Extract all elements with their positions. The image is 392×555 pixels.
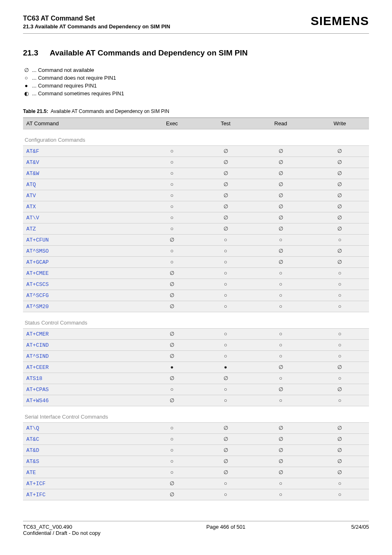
cell-write: ○ [311, 339, 369, 350]
col-header-command: AT Command [23, 117, 143, 129]
cell-read: ∅ [251, 433, 311, 444]
cell-exec: ○ [143, 433, 201, 444]
table-row: AT+ICF∅○○○ [23, 478, 369, 489]
table-row: AT&S○∅∅∅ [23, 456, 369, 467]
cell-command: AT&C [23, 433, 143, 444]
command-link[interactable]: AT+CSCS [26, 281, 49, 288]
command-link[interactable]: AT^SCFG [26, 292, 49, 299]
table-row: AT^SIND∅○○○ [23, 350, 369, 362]
command-link[interactable]: AT\Q [26, 425, 39, 431]
command-link[interactable]: AT+CFUN [26, 237, 49, 243]
footer-date: 5/24/05 [351, 524, 369, 536]
command-link[interactable]: AT+WS46 [26, 398, 49, 404]
cell-command: AT^SCFG [23, 290, 143, 301]
cell-write: ∅ [311, 157, 369, 168]
table-row: AT+CEER●●∅∅ [23, 362, 369, 373]
legend-symbol: ∅ [23, 67, 30, 74]
table-row: AT&D○∅∅∅ [23, 444, 369, 456]
table-row: ATX○∅∅∅ [23, 201, 369, 212]
cell-read: ∅ [251, 145, 311, 157]
command-link[interactable]: ATE [26, 470, 36, 476]
cell-command: AT&S [23, 456, 143, 467]
command-link[interactable]: AT&D [26, 447, 39, 454]
command-link[interactable]: AT&W [26, 170, 39, 177]
cell-test: ○ [201, 478, 251, 489]
cell-read: ∅ [251, 201, 311, 212]
cell-exec: ○ [143, 444, 201, 456]
cell-write: ∅ [311, 422, 369, 433]
command-link[interactable]: AT+CIND [26, 342, 49, 348]
command-link[interactable]: AT+ICF [26, 481, 46, 487]
cell-write: ∅ [311, 201, 369, 212]
cell-exec: ○ [143, 190, 201, 201]
command-link[interactable]: AT&F [26, 148, 39, 154]
command-link[interactable]: ATQ [26, 182, 36, 188]
cell-test: ∅ [201, 223, 251, 234]
command-link[interactable]: ATX [26, 204, 36, 210]
cell-test: ○ [201, 328, 251, 339]
command-link[interactable]: AT^SM20 [26, 304, 49, 310]
table-row: AT&W○∅∅∅ [23, 168, 369, 179]
table-section-title: Serial Interface Control Commands [23, 406, 369, 422]
command-link[interactable]: AT+CMEE [26, 270, 49, 276]
doc-subtitle: 21.3 Available AT Commands and Dependenc… [23, 23, 170, 30]
table-section-row: Serial Interface Control Commands [23, 406, 369, 422]
doc-title: TC63 AT Command Set [23, 14, 170, 23]
table-row: AT^SM20∅○○○ [23, 301, 369, 312]
command-link[interactable]: AT&C [26, 436, 39, 442]
table-row: AT&V○∅∅∅ [23, 157, 369, 168]
command-link[interactable]: AT+IFC [26, 492, 46, 498]
command-link[interactable]: AT+GCAP [26, 259, 49, 265]
command-link[interactable]: ATS18 [26, 375, 42, 382]
cell-write: ○ [311, 395, 369, 406]
footer-page: Page 466 of 501 [101, 524, 351, 536]
cell-write: ○ [311, 478, 369, 489]
cell-read: ∅ [251, 444, 311, 456]
cell-command: ATX [23, 201, 143, 212]
command-link[interactable]: AT+CEER [26, 364, 49, 371]
footer-left: TC63_ATC_V00.490 Confidential / Draft - … [23, 524, 101, 536]
cell-write: ∅ [311, 456, 369, 467]
cell-exec: ○ [143, 201, 201, 212]
legend: ∅ ... Command not available ○ ... Comman… [23, 67, 369, 97]
cell-command: AT+WS46 [23, 395, 143, 406]
cell-read: ○ [251, 350, 311, 362]
page-footer: TC63_ATC_V00.490 Confidential / Draft - … [23, 521, 369, 536]
cell-exec: ∅ [143, 350, 201, 362]
table-caption: Table 21.5: Available AT Commands and De… [23, 108, 369, 114]
command-link[interactable]: AT&V [26, 159, 39, 166]
command-link[interactable]: AT^SIND [26, 353, 49, 359]
cell-exec: ∅ [143, 234, 201, 245]
cell-exec: ∅ [143, 339, 201, 350]
command-link[interactable]: AT&S [26, 458, 39, 465]
cell-command: AT+CEER [23, 362, 143, 373]
table-row: AT+CMEE∅○○○ [23, 267, 369, 279]
command-link[interactable]: ATZ [26, 226, 36, 232]
cell-test: ○ [201, 234, 251, 245]
command-link[interactable]: AT^SMSO [26, 248, 49, 254]
cell-read: ○ [251, 339, 311, 350]
cell-command: AT+ICF [23, 478, 143, 489]
cell-exec: ○ [143, 168, 201, 179]
command-link[interactable]: ATV [26, 193, 36, 199]
table-row: ATZ○∅∅∅ [23, 223, 369, 234]
command-link[interactable]: AT+CMER [26, 331, 49, 337]
cell-read: ○ [251, 234, 311, 245]
command-link[interactable]: AT\V [26, 215, 39, 221]
legend-row: ∅ ... Command not available [23, 67, 369, 74]
cell-read: ∅ [251, 168, 311, 179]
cell-command: AT+CIND [23, 339, 143, 350]
cell-write: ∅ [311, 212, 369, 223]
cell-write: ○ [311, 489, 369, 500]
cell-write: ∅ [311, 433, 369, 444]
at-commands-table: AT Command Exec Test Read Write Configur… [23, 117, 369, 500]
cell-exec: ○ [143, 456, 201, 467]
command-link[interactable]: AT+CPAS [26, 387, 49, 393]
cell-command: AT^SM20 [23, 301, 143, 312]
legend-text: ... Command sometimes requires PIN1 [32, 90, 124, 98]
cell-write: ∅ [311, 245, 369, 256]
legend-row: ○ ... Command does not require PIN1 [23, 74, 369, 82]
cell-test: ∅ [201, 179, 251, 190]
cell-command: ATS18 [23, 373, 143, 384]
cell-test: ○ [201, 395, 251, 406]
